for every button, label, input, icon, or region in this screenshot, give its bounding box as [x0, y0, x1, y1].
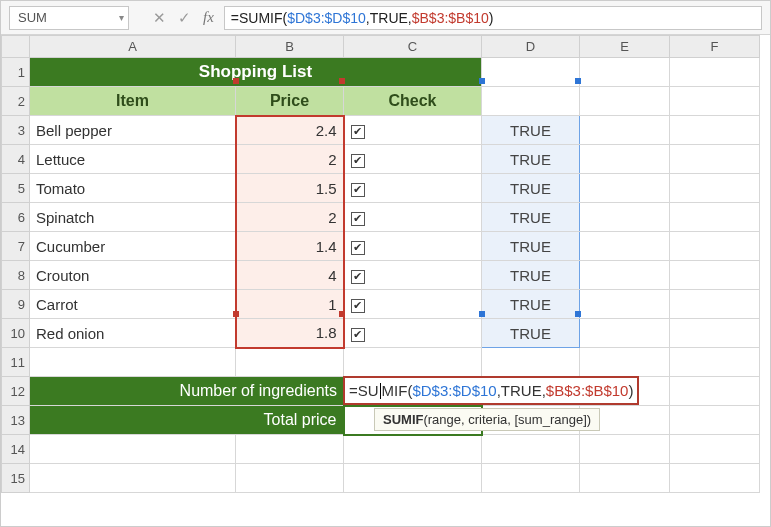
- row-header[interactable]: 11: [2, 348, 30, 377]
- name-box[interactable]: SUM ▾: [9, 6, 129, 30]
- cell[interactable]: [670, 377, 760, 406]
- cell[interactable]: [670, 203, 760, 232]
- cell[interactable]: [344, 348, 482, 377]
- cell[interactable]: [670, 348, 760, 377]
- formula-bar[interactable]: =SUMIF($D$3:$D$10,TRUE,$B$3:$B$10): [224, 6, 762, 30]
- row-header[interactable]: 14: [2, 435, 30, 464]
- row-header[interactable]: 7: [2, 232, 30, 261]
- cell-price[interactable]: 2: [236, 145, 344, 174]
- header-price[interactable]: Price: [236, 87, 344, 116]
- cell-truth[interactable]: TRUE: [482, 319, 580, 348]
- cell-price[interactable]: 1: [236, 290, 344, 319]
- checkbox-icon[interactable]: ✔: [351, 154, 365, 168]
- cell[interactable]: [670, 261, 760, 290]
- cell-truth[interactable]: TRUE: [482, 116, 580, 145]
- cell[interactable]: [670, 87, 760, 116]
- cell-truth[interactable]: TRUE: [482, 290, 580, 319]
- ingredients-label[interactable]: Number of ingredients: [30, 377, 344, 406]
- cell[interactable]: [482, 435, 580, 464]
- range-handle-icon[interactable]: [339, 311, 345, 317]
- cell-check[interactable]: ✔: [344, 290, 482, 319]
- cell-check[interactable]: ✔: [344, 174, 482, 203]
- cell-item[interactable]: Spinatch: [30, 203, 236, 232]
- cell-check[interactable]: ✔: [344, 145, 482, 174]
- row-header[interactable]: 2: [2, 87, 30, 116]
- cell-truth[interactable]: TRUE: [482, 232, 580, 261]
- cell[interactable]: [670, 435, 760, 464]
- row-header[interactable]: 13: [2, 406, 30, 435]
- cell-price[interactable]: 1.4: [236, 232, 344, 261]
- cell[interactable]: [580, 174, 670, 203]
- cell[interactable]: [580, 464, 670, 493]
- range-handle-icon[interactable]: [575, 311, 581, 317]
- header-item[interactable]: Item: [30, 87, 236, 116]
- cell[interactable]: [580, 290, 670, 319]
- cell-item[interactable]: Crouton: [30, 261, 236, 290]
- range-handle-icon[interactable]: [339, 78, 345, 84]
- cell[interactable]: [30, 348, 236, 377]
- select-all-corner[interactable]: [2, 36, 30, 58]
- checkbox-icon[interactable]: ✔: [351, 241, 365, 255]
- spreadsheet-grid[interactable]: A B C D E F 1 Shopping List 2 Item Price…: [1, 35, 770, 526]
- range-handle-icon[interactable]: [233, 311, 239, 317]
- cell[interactable]: [580, 261, 670, 290]
- col-header-D[interactable]: D: [482, 36, 580, 58]
- cell-check[interactable]: ✔: [344, 319, 482, 348]
- cell[interactable]: [236, 464, 344, 493]
- cell[interactable]: [30, 435, 236, 464]
- cell-price[interactable]: 1.8: [236, 319, 344, 348]
- total-label[interactable]: Total price: [30, 406, 344, 435]
- cell[interactable]: [580, 145, 670, 174]
- cell[interactable]: [580, 348, 670, 377]
- cell-truth[interactable]: TRUE: [482, 203, 580, 232]
- row-header[interactable]: 9: [2, 290, 30, 319]
- cell-check[interactable]: ✔: [344, 116, 482, 145]
- cell[interactable]: [30, 464, 236, 493]
- cell-item[interactable]: Tomato: [30, 174, 236, 203]
- cell[interactable]: [580, 116, 670, 145]
- cell-item[interactable]: Cucumber: [30, 232, 236, 261]
- checkbox-icon[interactable]: ✔: [351, 328, 365, 342]
- chevron-down-icon[interactable]: ▾: [119, 12, 124, 23]
- row-header[interactable]: 1: [2, 58, 30, 87]
- cell[interactable]: [236, 348, 344, 377]
- cell[interactable]: [580, 58, 670, 87]
- cell-formula-editor[interactable]: =SUMIF($D$3:$D$10,TRUE,$B$3:$B$10): [343, 376, 639, 405]
- cell[interactable]: [670, 58, 760, 87]
- cell-truth[interactable]: TRUE: [482, 145, 580, 174]
- cell[interactable]: [580, 319, 670, 348]
- checkbox-icon[interactable]: ✔: [351, 183, 365, 197]
- cell[interactable]: [670, 464, 760, 493]
- cell[interactable]: [670, 174, 760, 203]
- col-header-B[interactable]: B: [236, 36, 344, 58]
- fx-icon[interactable]: fx: [203, 9, 214, 26]
- cell[interactable]: [580, 203, 670, 232]
- enter-icon[interactable]: ✓: [178, 9, 191, 27]
- cell-item[interactable]: Bell pepper: [30, 116, 236, 145]
- cancel-icon[interactable]: ✕: [153, 9, 166, 27]
- row-header[interactable]: 6: [2, 203, 30, 232]
- title-cell[interactable]: Shopping List: [30, 58, 482, 87]
- cell[interactable]: [482, 58, 580, 87]
- cell[interactable]: [670, 116, 760, 145]
- row-header[interactable]: 10: [2, 319, 30, 348]
- cell[interactable]: [580, 435, 670, 464]
- row-header[interactable]: 3: [2, 116, 30, 145]
- cell[interactable]: [580, 87, 670, 116]
- cell-item[interactable]: Lettuce: [30, 145, 236, 174]
- col-header-E[interactable]: E: [580, 36, 670, 58]
- cell[interactable]: [236, 435, 344, 464]
- cell[interactable]: [344, 435, 482, 464]
- cell[interactable]: [670, 319, 760, 348]
- cell[interactable]: [670, 145, 760, 174]
- cell[interactable]: [580, 232, 670, 261]
- cell-check[interactable]: ✔: [344, 232, 482, 261]
- cell-item[interactable]: Red onion: [30, 319, 236, 348]
- row-header[interactable]: 5: [2, 174, 30, 203]
- header-check[interactable]: Check: [344, 87, 482, 116]
- cell[interactable]: [344, 464, 482, 493]
- cell-truth[interactable]: TRUE: [482, 261, 580, 290]
- row-header[interactable]: 8: [2, 261, 30, 290]
- range-handle-icon[interactable]: [575, 78, 581, 84]
- cell[interactable]: [482, 348, 580, 377]
